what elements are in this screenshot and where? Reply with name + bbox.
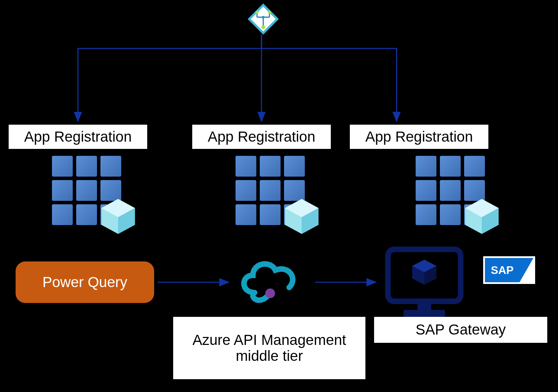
app-registration-icon-1 [52,156,135,232]
sap-gateway-label: SAP Gateway [416,322,506,338]
app-registration-icon-2 [236,156,319,232]
svg-point-10 [262,16,264,18]
sap-gateway-label-box: SAP Gateway [374,317,547,343]
svg-rect-22 [417,301,431,310]
svg-point-20 [265,288,275,298]
app-registration-text-3: App Registration [365,129,473,145]
api-management-label-box: Azure API Management middle tier [173,317,365,379]
sap-gateway-monitor-icon [384,246,464,320]
power-query-node: Power Query [16,261,154,303]
svg-point-9 [268,11,271,14]
sap-logo-text: SAP [491,264,514,276]
cube-icon [463,197,501,235]
app-registration-text-2: App Registration [208,129,316,145]
sap-logo: SAP [483,256,535,284]
power-query-label: Power Query [42,274,127,291]
svg-point-7 [262,25,265,29]
azure-active-directory-icon [248,3,279,36]
svg-rect-23 [404,310,445,317]
app-registration-text-1: App Registration [24,129,132,145]
svg-point-8 [256,11,259,14]
cube-icon [283,197,321,235]
app-registration-label-1: App Registration [9,125,147,149]
app-registration-label-3: App Registration [350,125,488,149]
cube-icon [99,197,137,235]
api-management-label: Azure API Management middle tier [176,332,363,364]
app-registration-icon-3 [416,156,499,232]
api-management-icon [234,251,307,311]
app-registration-label-2: App Registration [192,125,331,149]
